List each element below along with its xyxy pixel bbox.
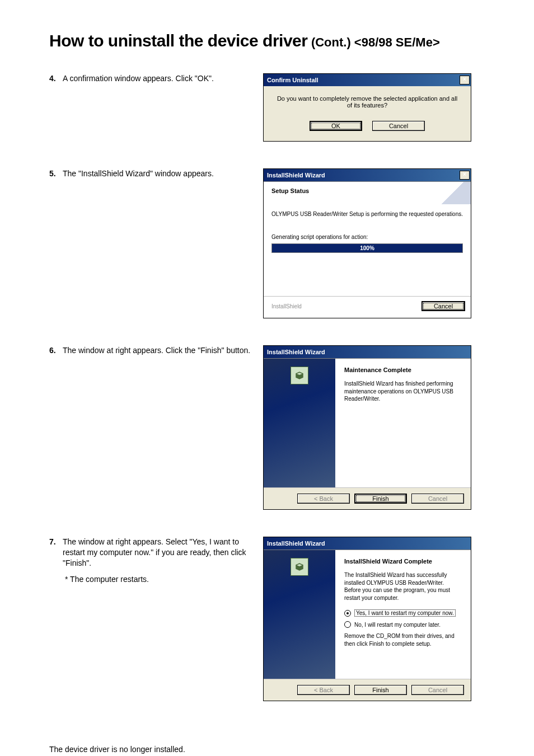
installshield-brand: InstallShield — [271, 303, 302, 309]
restart-yes-option[interactable]: Yes, I want to restart my computer now. — [344, 609, 462, 617]
wizard-body: The InstallShield Wizard has successfull… — [344, 571, 462, 602]
step-4: 4. A confirmation window appears. Click … — [49, 73, 485, 142]
ok-button[interactable]: OK — [310, 121, 362, 131]
step-5: 5. The "InstallShield Wizard" window app… — [49, 168, 485, 318]
finish-button[interactable]: Finish — [354, 685, 407, 695]
box-icon — [291, 558, 308, 576]
dialog-title: Confirm Uninstall — [267, 77, 318, 83]
step-4-number: 4. — [49, 73, 59, 84]
wizard-complete-dialog: InstallShield Wizard InstallShield Wizar… — [263, 537, 471, 701]
restart-no-label: No, I will restart my computer later. — [354, 622, 441, 628]
step-7-text: The window at right appears. Select "Yes… — [63, 537, 246, 567]
wizard-tail: Remove the CD_ROM from their drives, and… — [344, 632, 462, 647]
cancel-button: Cancel — [411, 494, 464, 504]
titlebar: Confirm Uninstall × — [264, 74, 471, 86]
step-7-note: * The computer restarts. — [63, 574, 251, 585]
closing-text: The device driver is no longer installed… — [49, 745, 485, 754]
dialog-title: InstallShield Wizard — [267, 540, 325, 547]
heading-tail: (Cont.) <98/98 SE/Me> — [311, 35, 440, 49]
step-7-number: 7. — [49, 537, 59, 585]
decorative-corner — [435, 182, 471, 204]
dialog-message: Do you want to completely remove the sel… — [275, 95, 460, 109]
titlebar: InstallShield Wizard — [264, 537, 471, 550]
setup-status-line1: OLYMPUS USB Reader/Writer Setup is perfo… — [271, 211, 463, 217]
titlebar: InstallShield Wizard — [264, 346, 471, 358]
wizard-body: InstallShield Wizard has finished perfor… — [344, 380, 462, 403]
step-7: 7. The window at right appears. Select "… — [49, 537, 485, 701]
setup-status-line2: Generating script operations for action: — [271, 234, 463, 240]
cancel-button[interactable]: Cancel — [421, 301, 465, 311]
step-6: 6. The window at right appears. Click th… — [49, 345, 485, 510]
step-5-text: The "InstallShield Wizard" window appear… — [63, 169, 214, 178]
heading-main: How to uninstall the device driver — [49, 31, 307, 50]
restart-no-option[interactable]: No, I will restart my computer later. — [344, 621, 462, 628]
confirm-uninstall-dialog: Confirm Uninstall × Do you want to compl… — [263, 73, 471, 142]
wizard-graphic — [264, 359, 335, 487]
step-5-number: 5. — [49, 168, 59, 179]
radio-icon — [344, 610, 351, 617]
back-button: < Back — [297, 685, 350, 695]
step-6-number: 6. — [49, 345, 59, 356]
dialog-title: InstallShield Wizard — [267, 172, 325, 179]
box-icon — [291, 367, 308, 384]
setup-status-dialog: InstallShield Wizard × Setup Status OLYM… — [263, 168, 471, 318]
setup-status-heading: Setup Status — [271, 187, 463, 194]
page-heading: How to uninstall the device driver (Cont… — [49, 31, 485, 53]
cancel-button: Cancel — [411, 685, 464, 695]
radio-icon — [344, 621, 351, 628]
finish-button[interactable]: Finish — [354, 494, 407, 504]
maintenance-complete-dialog: InstallShield Wizard Maintenance Complet… — [263, 345, 471, 510]
cancel-button[interactable]: Cancel — [372, 121, 425, 131]
step-6-text: The window at right appears. Click the "… — [63, 346, 250, 355]
progress-bar: 100% — [271, 243, 463, 253]
restart-yes-label: Yes, I want to restart my computer now. — [354, 609, 456, 617]
titlebar: InstallShield Wizard × — [264, 169, 471, 181]
dialog-title: InstallShield Wizard — [267, 349, 325, 355]
close-icon[interactable]: × — [460, 171, 470, 180]
close-icon[interactable]: × — [460, 76, 470, 84]
wizard-heading: Maintenance Complete — [344, 367, 462, 373]
step-4-text: A confirmation window appears. Click "OK… — [63, 74, 214, 83]
wizard-heading: InstallShield Wizard Complete — [344, 558, 462, 565]
back-button: < Back — [297, 494, 350, 504]
wizard-graphic — [264, 550, 335, 679]
